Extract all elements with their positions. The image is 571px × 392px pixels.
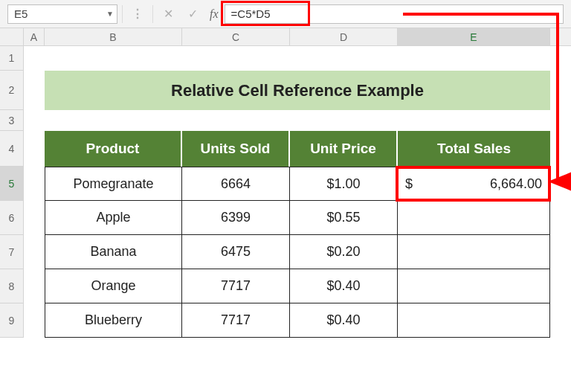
formula-bar[interactable]: =C5*D5 xyxy=(225,4,564,24)
row-headers: 1 2 3 4 5 6 7 8 9 xyxy=(0,46,24,338)
header-total-sales: Total Sales xyxy=(398,131,550,167)
row-header-6[interactable]: 6 xyxy=(0,201,24,235)
select-all-corner[interactable] xyxy=(0,28,24,45)
cell-total-sales[interactable] xyxy=(398,303,550,338)
column-header-E[interactable]: E xyxy=(398,28,550,45)
row-header-3[interactable]: 3 xyxy=(0,110,24,131)
row-header-4[interactable]: 4 xyxy=(0,131,24,167)
cell-unit-price[interactable]: $0.40 xyxy=(290,303,398,338)
cell-unit-price[interactable]: $0.55 xyxy=(290,201,398,235)
cell-total-sales[interactable]: $6,664.00 xyxy=(398,167,550,201)
cell-units-sold[interactable]: 7717 xyxy=(182,303,290,338)
header-units-sold: Units Sold xyxy=(182,131,290,167)
row-header-5[interactable]: 5 xyxy=(0,167,24,201)
table-row: Pomegranate6664$1.00$6,664.00 xyxy=(45,167,550,201)
name-box[interactable]: E5 ▼ xyxy=(7,4,117,24)
column-header-B[interactable]: B xyxy=(45,28,182,45)
column-headers: A B C D E xyxy=(0,28,571,46)
cancel-icon[interactable]: ✕ xyxy=(158,7,179,21)
divider xyxy=(122,5,123,23)
range-colon-icon: ⋮ xyxy=(127,7,148,21)
row-header-8[interactable]: 8 xyxy=(0,269,24,303)
divider xyxy=(152,5,153,23)
cell-units-sold[interactable]: 6475 xyxy=(182,235,290,269)
row-header-7[interactable]: 7 xyxy=(0,235,24,269)
column-header-D[interactable]: D xyxy=(290,28,398,45)
cell-total-sales[interactable] xyxy=(398,235,550,269)
enter-icon[interactable]: ✓ xyxy=(182,7,204,21)
table-body: Pomegranate6664$1.00$6,664.00Apple6399$0… xyxy=(45,167,550,338)
cell-units-sold[interactable]: 7717 xyxy=(182,269,290,303)
header-unit-price: Unit Price xyxy=(290,131,398,167)
cell-unit-price[interactable]: $0.40 xyxy=(290,269,398,303)
cell-product[interactable]: Pomegranate xyxy=(45,167,182,201)
formula-actions: ✕ ✓ fx xyxy=(158,7,225,21)
namebox-group: E5 ▼ xyxy=(0,0,117,28)
table-row: Orange7717$0.40 xyxy=(45,269,550,303)
table-header-row: Product Units Sold Unit Price Total Sale… xyxy=(45,131,550,167)
grid-body: 1 2 3 4 5 6 7 8 9 Relative Cell Referenc… xyxy=(0,46,571,338)
cell-units-sold[interactable]: 6399 xyxy=(182,201,290,235)
table-row: Apple6399$0.55 xyxy=(45,201,550,235)
formula-toolbar: E5 ▼ ⋮ ✕ ✓ fx =C5*D5 xyxy=(0,0,571,28)
row-header-1[interactable]: 1 xyxy=(0,46,24,71)
fx-icon[interactable]: fx xyxy=(207,7,225,21)
table-row: Banana6475$0.20 xyxy=(45,235,550,269)
column-header-C[interactable]: C xyxy=(182,28,290,45)
cell-product[interactable]: Orange xyxy=(45,269,182,303)
cell-units-sold[interactable]: 6664 xyxy=(182,167,290,201)
cell-unit-price[interactable]: $1.00 xyxy=(290,167,398,201)
column-header-A[interactable]: A xyxy=(24,28,45,45)
cell-total-sales[interactable] xyxy=(398,201,550,235)
data-table: Product Units Sold Unit Price Total Sale… xyxy=(45,131,550,338)
name-box-value: E5 xyxy=(8,7,103,20)
row-header-2[interactable]: 2 xyxy=(0,71,24,110)
header-product: Product xyxy=(45,131,182,167)
cell-product[interactable]: Apple xyxy=(45,201,182,235)
formula-text: =C5*D5 xyxy=(231,7,271,20)
cell-product[interactable]: Banana xyxy=(45,235,182,269)
chevron-down-icon[interactable]: ▼ xyxy=(103,10,117,18)
row-header-9[interactable]: 9 xyxy=(0,303,24,338)
cell-total-sales[interactable] xyxy=(398,269,550,303)
sheet-title: Relative Cell Reference Example xyxy=(45,71,550,110)
cell-product[interactable]: Blueberry xyxy=(45,303,182,338)
table-row: Blueberry7717$0.40 xyxy=(45,303,550,338)
cell-unit-price[interactable]: $0.20 xyxy=(290,235,398,269)
cells-area[interactable]: Relative Cell Reference Example Product … xyxy=(24,46,571,338)
